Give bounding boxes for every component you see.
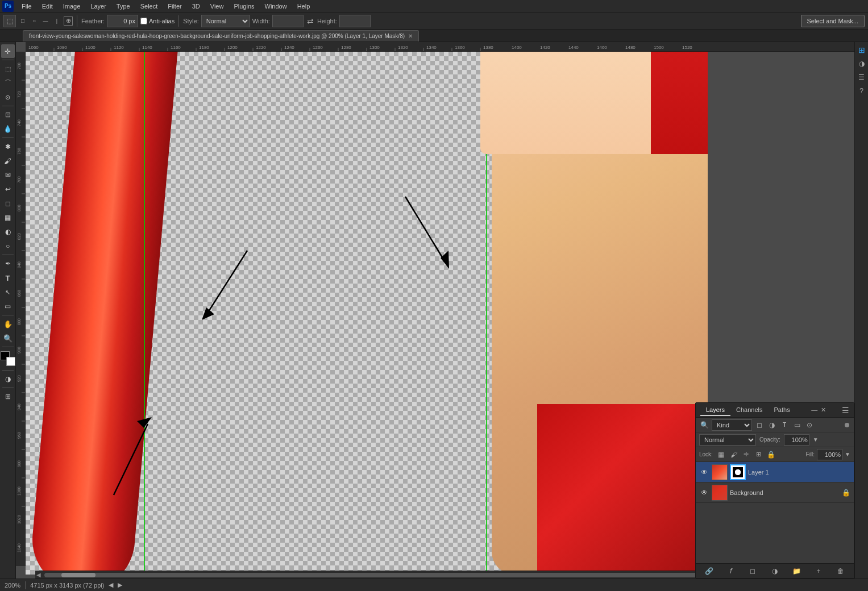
screen-mode-toggle[interactable]: ⊞ [1, 390, 15, 403]
menu-select[interactable]: Select [136, 2, 163, 11]
search-icon[interactable]: 🔍 [699, 420, 709, 430]
fill-arrow[interactable]: ▼ [845, 451, 850, 457]
red-fabric-right [537, 404, 708, 575]
layer-item-background[interactable]: 👁 Background 🔒 [696, 482, 854, 503]
panel-minimize-button[interactable]: — [811, 406, 817, 414]
tab-close-button[interactable]: ✕ [408, 33, 413, 39]
layers-menu-button[interactable]: ☰ [842, 406, 849, 415]
status-arrow-left[interactable]: ◀ [109, 581, 113, 589]
menu-image[interactable]: Image [59, 2, 85, 11]
ellipse-marquee-icon[interactable]: ○ [30, 16, 39, 26]
background-color[interactable] [6, 357, 15, 366]
adjustment-filter-icon[interactable]: ◑ [767, 420, 777, 430]
new-layer-button[interactable]: + [813, 565, 824, 577]
panel-close-button[interactable]: ✕ [821, 406, 826, 414]
menu-file[interactable]: File [17, 2, 36, 11]
color-swatch[interactable] [1, 351, 15, 366]
history-brush-tool[interactable]: ↩ [1, 182, 15, 196]
menu-3d[interactable]: 3D [188, 2, 205, 11]
marquee-tool[interactable]: ⬚ [1, 62, 15, 76]
pen-tool[interactable]: ✒ [1, 257, 15, 270]
svg-text:1200: 1200 [227, 45, 238, 50]
opacity-input[interactable] [784, 434, 809, 446]
new-group-button[interactable]: 📁 [791, 565, 803, 577]
quick-select-tool[interactable]: ⊙ [1, 90, 15, 104]
fill-input[interactable] [817, 449, 842, 460]
menu-plugins[interactable]: Plugins [229, 2, 259, 11]
height-input[interactable] [339, 15, 371, 27]
path-select-tool[interactable]: ↖ [1, 285, 15, 299]
width-input[interactable] [272, 15, 304, 27]
lock-artboard-icon[interactable]: ⊞ [754, 450, 764, 460]
shape-filter-icon[interactable]: ▭ [792, 420, 802, 430]
brush-tool[interactable]: 🖌 [1, 154, 15, 168]
delete-layer-button[interactable]: 🗑 [835, 565, 846, 577]
properties-icon[interactable]: ⊞ [856, 44, 867, 56]
learn-icon[interactable]: ? [856, 85, 867, 97]
link-layers-button[interactable]: 🔗 [703, 565, 715, 577]
menu-layer[interactable]: Layer [86, 2, 111, 11]
libraries-icon[interactable]: ☰ [856, 72, 867, 83]
hand-tool[interactable]: ✋ [1, 317, 15, 331]
layers-tab[interactable]: Layers [700, 405, 730, 416]
rect-marquee-icon[interactable]: □ [18, 16, 27, 26]
scroll-thumb-h[interactable] [61, 573, 95, 577]
lock-pixels-icon[interactable]: 🖌 [729, 450, 739, 460]
healing-tool[interactable]: ✱ [1, 140, 15, 153]
eraser-tool[interactable]: ◻ [1, 197, 15, 210]
zoom-level: 200% [5, 582, 20, 589]
kind-select[interactable]: Kind Name Effect Mode Attribute Color [712, 419, 752, 431]
layer1-visibility-toggle[interactable]: 👁 [699, 467, 709, 477]
feather-input[interactable] [107, 15, 138, 27]
layer-item-layer1[interactable]: 👁 Layer 1 [696, 462, 854, 482]
quick-mask-toggle[interactable]: ◑ [1, 372, 15, 386]
adjustments-icon[interactable]: ◑ [856, 58, 867, 69]
blend-mode-select[interactable]: Normal Dissolve Multiply Screen Overlay [699, 434, 756, 446]
paths-tab[interactable]: Paths [769, 405, 796, 416]
lock-all-icon[interactable]: 🔒 [766, 450, 776, 460]
lasso-tool[interactable]: ⌒ [1, 76, 15, 90]
anti-alias-checkbox[interactable] [140, 18, 147, 24]
dodge-tool[interactable]: ○ [1, 239, 15, 253]
right-icons-panel: ⊞ ◑ ☰ ? [854, 42, 868, 578]
gradient-tool[interactable]: ▦ [1, 211, 15, 224]
marquee-tool-icon[interactable]: ⬚ [3, 15, 16, 27]
add-adjustment-button[interactable]: ◑ [769, 565, 780, 577]
row-marquee-icon[interactable]: — [41, 16, 50, 26]
menu-edit[interactable]: Edit [38, 2, 57, 11]
menu-window[interactable]: Window [260, 2, 292, 11]
shape-tool[interactable]: ▭ [1, 299, 15, 313]
menu-help[interactable]: Help [293, 2, 315, 11]
lock-position-icon[interactable]: ✛ [741, 450, 751, 460]
type-tool[interactable]: T [1, 271, 15, 285]
menu-type[interactable]: Type [112, 2, 135, 11]
pixel-filter-icon[interactable]: ◻ [754, 420, 765, 430]
zoom-tool[interactable]: 🔍 [1, 331, 15, 345]
blur-tool[interactable]: ◐ [1, 225, 15, 239]
status-arrow-right[interactable]: ▶ [118, 581, 122, 589]
svg-text:860: 860 [17, 290, 21, 297]
lock-transparent-icon[interactable]: ▦ [716, 450, 726, 460]
channels-tab[interactable]: Channels [730, 405, 768, 416]
col-marquee-icon[interactable]: | [52, 16, 61, 26]
eyedropper-tool[interactable]: 💧 [1, 122, 15, 136]
background-visibility-toggle[interactable]: 👁 [699, 488, 709, 498]
scroll-left-arrow[interactable]: ◀ [35, 572, 42, 578]
ruler-top: 1060 1080 1100 1120 1140 1160 1180 1200 … [26, 42, 854, 52]
select-and-mask-button[interactable]: Select and Mask... [801, 15, 865, 27]
svg-text:1480: 1480 [625, 45, 636, 50]
new-selection-icon[interactable]: ⊕ [64, 16, 73, 26]
swap-icon[interactable]: ⇄ [306, 16, 315, 26]
stamp-tool[interactable]: ✉ [1, 168, 15, 182]
type-filter-icon[interactable]: T [779, 420, 790, 430]
style-select[interactable]: Normal Fixed Ratio Fixed Size [201, 15, 250, 27]
menu-view[interactable]: View [206, 2, 229, 11]
add-mask-button[interactable]: ◻ [747, 565, 758, 577]
move-tool[interactable]: ✛ [1, 44, 15, 58]
add-style-button[interactable]: f [725, 565, 737, 577]
document-tab[interactable]: front-view-young-saleswoman-holding-red-… [23, 30, 419, 41]
opacity-arrow[interactable]: ▼ [813, 436, 819, 443]
menu-filter[interactable]: Filter [163, 2, 186, 11]
crop-tool[interactable]: ⊡ [1, 108, 15, 122]
smart-filter-icon[interactable]: ⊙ [804, 420, 815, 430]
